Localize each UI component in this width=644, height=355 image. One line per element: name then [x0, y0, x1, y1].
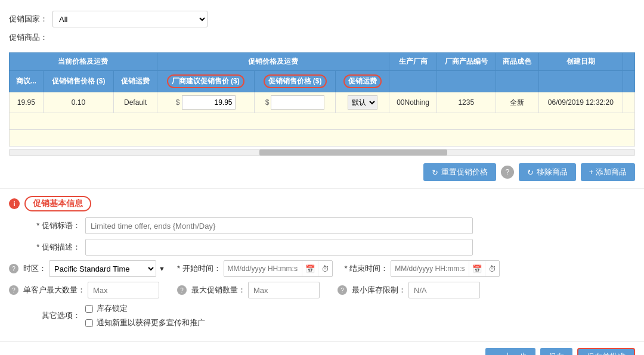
bottom-nav: ← 上一步 保存 保存并批准 [0, 341, 644, 355]
min-stock-input[interactable] [408, 282, 480, 298]
form-section: * 促销标语： * 促销描述： ? 时区： Pacific Standard T… [0, 215, 644, 335]
end-time-input[interactable] [391, 263, 469, 274]
condition-sub [496, 71, 538, 92]
end-label: * 结束时间： [345, 263, 389, 274]
max-customer-group: ? 单客户最大数量： [9, 282, 159, 298]
prev-button[interactable]: ← 上一步 [485, 348, 535, 355]
cell-scroll [623, 92, 635, 113]
suggested-promo-input[interactable] [182, 95, 236, 110]
sku-header: 厂商产品编号 [436, 53, 496, 71]
time-row: ? 时区： Pacific Standard Time ▼ * 开始时间： 📅 … [9, 260, 635, 277]
options-group: 库存锁定 通知新重以获得更多宣传和推广 [85, 303, 205, 328]
option1-label: 库存锁定 [97, 303, 128, 314]
created-header: 创建日期 [538, 53, 623, 71]
section-header: i 促销基本信息 [0, 191, 644, 215]
clock-icon-start[interactable]: ⏱ [318, 261, 332, 276]
options-row: 其它选项： 库存锁定 通知新重以获得更多宣传和推广 [9, 303, 635, 328]
option1-checkbox[interactable] [85, 305, 93, 313]
quantity-row: ? 单客户最大数量： ? 最大促销数量： ? 最小库存限制： [9, 282, 635, 298]
table-row: 19.95 0.10 Default $ $ [10, 92, 635, 113]
save-button[interactable]: 保存 [540, 348, 572, 355]
calendar-icon-end[interactable]: 📅 [469, 261, 485, 276]
max-customer-help[interactable]: ? [9, 285, 18, 295]
suggested-col: 商议... [10, 71, 44, 92]
max-promo-help[interactable]: ? [177, 285, 187, 295]
option2-checkbox[interactable] [85, 319, 93, 327]
start-time-wrapper: 📅 ⏱ [224, 260, 333, 277]
timezone-group: ? 时区： Pacific Standard Time ▼ [9, 260, 165, 277]
product-label: 促销商品： [9, 32, 48, 43]
current-price-header: 当前价格及运费 [10, 53, 157, 71]
cell-promo-price: 0.10 [43, 92, 114, 113]
country-label: 促销国家： [9, 14, 48, 24]
tag-row: * 促销标语： [9, 217, 635, 234]
section-icon: i [9, 198, 20, 209]
remove-product-button[interactable]: ↻ 移除商品 [519, 163, 576, 181]
cell-created: 06/09/2019 12:32:20 [538, 92, 623, 113]
cell-condition: 全新 [496, 92, 538, 113]
option2-label: 通知新重以获得更多宣传和推广 [97, 317, 205, 328]
end-time-wrapper: 📅 ⏱ [391, 260, 500, 277]
cell-sku: 1235 [436, 92, 496, 113]
clock-icon-end[interactable]: ⏱ [485, 261, 499, 276]
cell-promo-shipping: Default [114, 92, 157, 113]
promo-price-col: 促销销售价格 ($) [43, 71, 114, 92]
max-promo-label: 最大促销数量： [191, 285, 246, 295]
reset-price-icon: ↻ [432, 168, 438, 177]
option2-row: 通知新重以获得更多宣传和推广 [85, 317, 205, 328]
max-promo-group: ? 最大促销数量： [177, 282, 320, 298]
min-stock-label: 最小库存限制： [352, 285, 406, 295]
cell-suggested-promo[interactable]: $ [157, 92, 254, 113]
sale-price-highlight: 促销销售价格 ($) [264, 74, 327, 88]
help-button-1[interactable]: ? [501, 166, 514, 179]
cell-shipping[interactable]: 默认 [336, 92, 389, 113]
cell-suggested: 19.95 [10, 92, 44, 113]
empty-row [10, 113, 635, 130]
sku-sub [436, 71, 496, 92]
start-time-input[interactable] [224, 263, 302, 274]
shipping-col: 促销运费 [336, 71, 389, 92]
shipping-highlight: 促销运费 [343, 74, 382, 88]
condition-header: 商品成色 [496, 53, 538, 71]
tag-input[interactable] [85, 217, 473, 234]
sale-price-col: 促销销售价格 ($) [254, 71, 336, 92]
section-title: 促销基本信息 [24, 196, 91, 211]
end-time-group: * 结束时间： 📅 ⏱ [345, 260, 500, 277]
cell-manufacturer: 00Nothing [389, 92, 437, 113]
save-approve-button[interactable]: 保存并批准 [577, 348, 635, 355]
empty-row2 [10, 130, 635, 147]
shipping-select[interactable]: 默认 [348, 95, 377, 110]
sale-price-input[interactable] [271, 95, 324, 110]
timezone-select[interactable]: Pacific Standard Time [49, 260, 156, 277]
other-label: 其它选项： [9, 310, 80, 321]
start-time-group: * 开始时间： 📅 ⏱ [177, 260, 333, 277]
min-stock-group: ? 最小库存限制： [338, 282, 480, 298]
calendar-icon-start[interactable]: 📅 [302, 261, 318, 276]
mfr-sub [389, 71, 437, 92]
max-promo-input[interactable] [248, 282, 320, 298]
scroll-sub [623, 71, 635, 92]
min-stock-help[interactable]: ? [338, 285, 347, 295]
max-customer-label: 单客户最大数量： [23, 285, 85, 295]
max-customer-input[interactable] [88, 282, 159, 298]
start-label: * 开始时间： [177, 263, 221, 274]
timezone-arrow: ▼ [159, 265, 165, 272]
country-select[interactable]: All [52, 11, 208, 27]
products-table-wrapper: 当前价格及运费 促销价格及运费 生产厂商 厂商产品编号 商品成色 创建日期 商议… [0, 52, 644, 147]
desc-input[interactable] [85, 239, 473, 256]
scroll-thumb[interactable] [259, 150, 447, 155]
action-buttons-row: ↻ 重置促销价格 ? ↻ 移除商品 + 添加商品 [0, 158, 644, 186]
add-product-button[interactable]: + 添加商品 [581, 163, 635, 181]
desc-label: * 促销描述： [9, 242, 80, 253]
suggested-promo-highlight: 厂商建议促销售价 ($) [167, 74, 244, 88]
horizontal-scrollbar[interactable] [9, 149, 635, 156]
remove-icon: ↻ [527, 168, 534, 177]
cell-sale-price[interactable]: $ [254, 92, 336, 113]
option1-row: 库存锁定 [85, 303, 205, 314]
desc-row: * 促销描述： [9, 239, 635, 256]
tag-label: * 促销标语： [9, 220, 80, 231]
reset-price-button[interactable]: ↻ 重置促销价格 [423, 163, 496, 181]
suggested-promo-col: 厂商建议促销售价 ($) [157, 71, 254, 92]
timezone-help-icon[interactable]: ? [9, 264, 18, 273]
promo-price-header: 促销价格及运费 [157, 53, 389, 71]
